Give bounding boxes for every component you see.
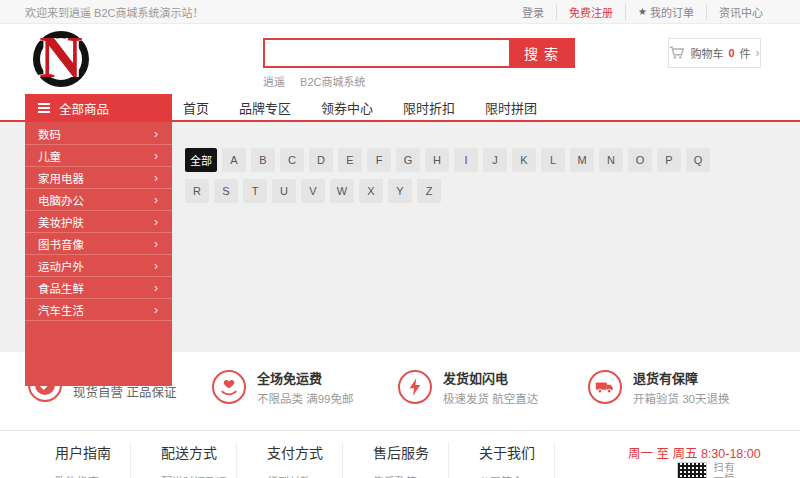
letter-tile[interactable]: H	[425, 148, 449, 172]
sidebar-category-label: 儿童	[38, 148, 61, 164]
chevron-right-icon: ›	[154, 303, 158, 317]
sidebar-category[interactable]: 数码 ›	[25, 123, 172, 145]
letter-tile[interactable]: E	[338, 148, 362, 172]
cart-unit: 件	[740, 45, 751, 61]
service-subtitle: 开箱验货 30天退换	[633, 390, 730, 406]
sidebar-category[interactable]: 运动户外 ›	[25, 255, 172, 277]
footer: 用户指南 购物指南 配送方式 配送时间及运费 支付方式 货到付款 售后服务 售后…	[0, 430, 800, 478]
site-logo[interactable]: N	[26, 28, 96, 90]
hamburger-icon	[38, 107, 50, 109]
my-orders-link[interactable]: ★我的订单	[625, 4, 706, 20]
lightning-icon	[398, 370, 432, 404]
nav-links: 首页品牌专区领券中心限时折扣限时拼团	[183, 94, 537, 120]
nav-link[interactable]: 首页	[183, 98, 209, 117]
qr-caption: 扫一扫有惊喜	[712, 462, 734, 478]
search-button[interactable]: 搜索	[509, 40, 573, 66]
footer-column-title: 关于我们	[479, 442, 554, 462]
letter-tile[interactable]: G	[396, 148, 420, 172]
service-item-returns: 退货有保障 开箱验货 30天退换	[588, 368, 730, 406]
letter-tile[interactable]: Y	[388, 179, 412, 203]
cart-icon	[669, 46, 685, 60]
register-link[interactable]: 免费注册	[556, 4, 625, 20]
news-center-link[interactable]: 资讯中心	[706, 4, 775, 20]
letter-tile[interactable]: Q	[686, 148, 710, 172]
nav-link[interactable]: 品牌专区	[239, 98, 291, 117]
all-products-label: 全部商品	[59, 99, 109, 118]
letter-tile[interactable]: F	[367, 148, 391, 172]
footer-column: 配送方式 配送时间及运费	[131, 442, 237, 478]
letter-tile[interactable]: Z	[417, 179, 441, 203]
letter-tile[interactable]: S	[214, 179, 238, 203]
filter-all-tile[interactable]: 全部	[185, 148, 217, 172]
sidebar-category[interactable]: 汽车生活 ›	[25, 299, 172, 321]
letter-tile[interactable]: N	[599, 148, 623, 172]
service-item-free-shipping: 全场免运费 不限品类 满99免邮	[212, 368, 354, 406]
sidebar-category-label: 图书音像	[38, 236, 84, 252]
letter-tile[interactable]: D	[309, 148, 333, 172]
chevron-right-icon: ›	[154, 215, 158, 229]
footer-column-title: 售后服务	[373, 442, 448, 462]
logo-letter: N	[26, 20, 96, 94]
nav-link[interactable]: 限时拼团	[485, 98, 537, 117]
chevron-right-icon: ›	[154, 149, 158, 163]
qr-code	[677, 462, 707, 478]
sidebar-category[interactable]: 电脑办公 ›	[25, 189, 172, 211]
service-subtitle: 极速发货 航空直达	[443, 390, 538, 406]
letter-tile[interactable]: M	[570, 148, 594, 172]
service-title: 全场免运费	[257, 368, 354, 387]
chevron-right-icon: ›	[756, 46, 760, 60]
hot-word-link[interactable]: 逍遥	[263, 76, 285, 88]
cart-button[interactable]: 购物车 0 件 ›	[668, 38, 761, 68]
nav-link[interactable]: 领券中心	[321, 98, 373, 117]
sidebar-category[interactable]: 家用电器 ›	[25, 167, 172, 189]
footer-column-title: 用户指南	[55, 442, 130, 462]
cart-count: 0	[728, 47, 734, 59]
letter-tile[interactable]: L	[541, 148, 565, 172]
letter-tile[interactable]: C	[280, 148, 304, 172]
letter-tile[interactable]: R	[185, 179, 209, 203]
service-subtitle: 不限品类 满99免邮	[257, 390, 354, 406]
sidebar-category[interactable]: 图书音像 ›	[25, 233, 172, 255]
sidebar-category-label: 电脑办公	[38, 192, 84, 208]
sidebar-category-label: 汽车生活	[38, 302, 84, 318]
letter-tile[interactable]: I	[454, 148, 478, 172]
letter-tile[interactable]: J	[483, 148, 507, 172]
heart-hands-icon	[212, 370, 246, 404]
letter-tile[interactable]: A	[222, 148, 246, 172]
footer-column: 用户指南 购物指南	[25, 442, 131, 478]
star-icon: ★	[638, 6, 647, 17]
chevron-right-icon: ›	[154, 259, 158, 273]
login-link[interactable]: 登录	[510, 4, 556, 20]
letter-tile[interactable]: V	[301, 179, 325, 203]
footer-columns: 用户指南 购物指南 配送方式 配送时间及运费 支付方式 货到付款 售后服务 售后…	[25, 442, 555, 478]
footer-link[interactable]: 购物指南	[55, 473, 130, 478]
sidebar-category[interactable]: 儿童 ›	[25, 145, 172, 167]
sidebar-category[interactable]: 食品生鲜 ›	[25, 277, 172, 299]
sidebar-category-label: 美妆护肤	[38, 214, 84, 230]
footer-link[interactable]: 售后政策	[373, 473, 448, 478]
footer-link[interactable]: 公司简介	[479, 473, 554, 478]
nav-link[interactable]: 限时折扣	[403, 98, 455, 117]
all-products-button[interactable]: 全部商品	[25, 94, 172, 122]
letter-tile[interactable]: P	[657, 148, 681, 172]
sidebar-category-label: 家用电器	[38, 170, 84, 186]
letter-tile[interactable]: K	[512, 148, 536, 172]
footer-link[interactable]: 配送时间及运费	[161, 473, 236, 478]
letter-tile[interactable]: X	[359, 179, 383, 203]
letter-tile[interactable]: B	[251, 148, 275, 172]
hot-search-words: 逍遥 B2C商城系统	[263, 73, 575, 89]
category-sidebar: 数码 › 儿童 › 家用电器 › 电脑办公 › 美妆护肤 › 图书音像 › 运动…	[25, 122, 172, 386]
letter-tile[interactable]: T	[243, 179, 267, 203]
footer-column: 关于我们 公司简介	[449, 442, 555, 478]
chevron-right-icon: ›	[154, 237, 158, 251]
letter-tile[interactable]: U	[272, 179, 296, 203]
search-area: 搜索 逍遥 B2C商城系统	[263, 38, 575, 89]
sidebar-category[interactable]: 美妆护肤 ›	[25, 211, 172, 233]
main-nav: 全部商品 首页品牌专区领券中心限时折扣限时拼团	[0, 94, 800, 122]
brand-letter-filter: 全部 ABCDEFGHIJKLMNOPQ RSTUVWXYZ	[185, 148, 745, 210]
footer-link[interactable]: 货到付款	[267, 473, 342, 478]
search-input[interactable]	[265, 40, 509, 66]
letter-tile[interactable]: O	[628, 148, 652, 172]
hot-word-link[interactable]: B2C商城系统	[300, 76, 365, 88]
letter-tile[interactable]: W	[330, 179, 354, 203]
